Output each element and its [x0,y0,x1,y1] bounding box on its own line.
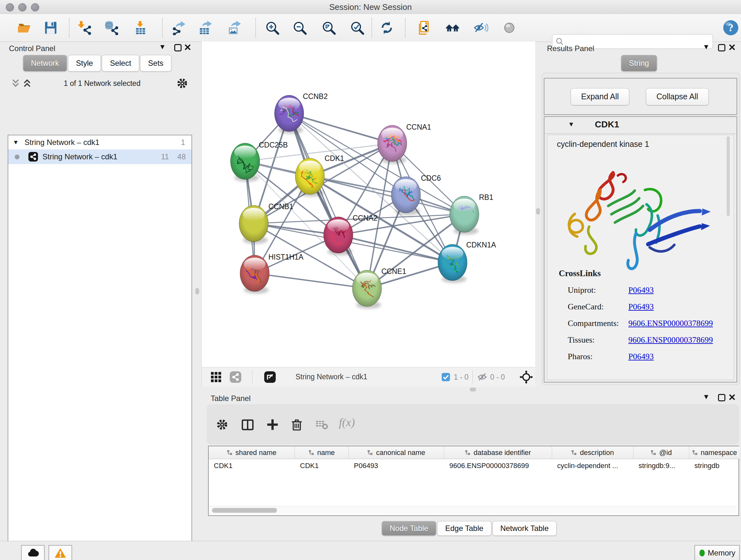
control-panel-float-icon[interactable] [174,44,182,51]
delete-table-icon[interactable] [315,418,328,431]
results-panel-close-icon[interactable] [729,44,735,51]
zoom-fit-button[interactable] [320,19,338,37]
crosslink-pharos-link[interactable]: P06493 [628,352,654,361]
graph-node-CCNA1[interactable]: CCNA1 [378,123,431,164]
network-collection-row[interactable]: ▼ String Network – cdk1 1 [8,135,192,149]
column-header-description[interactable]: description [552,446,633,459]
memory-button[interactable]: Memory [694,545,740,560]
table-gear-icon[interactable] [216,418,228,431]
table-horizontal-scrollbar[interactable] [209,506,738,515]
right-splitter-handle[interactable] [536,208,540,214]
graph-node-HIST1H1A[interactable]: HIST1H1A [240,253,304,294]
zoom-out-button[interactable] [291,19,309,37]
tab-network-table[interactable]: Network Table [492,521,557,536]
results-panel-float-icon[interactable] [718,44,725,51]
left-splitter-handle[interactable] [195,288,199,294]
add-column-plus-icon[interactable] [266,418,279,431]
cell-namespace[interactable]: stringdb [689,459,740,473]
crosslink-compartments-link[interactable]: 9606.ENSP00000378699 [628,319,713,328]
fit-content-crosshair-icon[interactable] [520,370,533,384]
graph-edge-HIST1H1A-CCNE1[interactable] [255,273,367,288]
cell-description[interactable]: cyclin-dependent ... [552,459,633,473]
show-columns-icon[interactable] [241,418,254,431]
cell-id[interactable]: stringdb:9... [633,459,689,473]
selected-checkbox-icon[interactable] [442,373,450,381]
column-header-name[interactable]: name [295,446,349,459]
crosslink-genecard-link[interactable]: P06493 [628,302,654,312]
network-row-selected[interactable]: String Network – cdk1 11 48 [8,149,192,164]
tab-sets[interactable]: Sets [140,55,172,71]
cell-canonical-name[interactable]: P06493 [349,459,444,473]
cell-shared-name[interactable]: CDK1 [209,459,295,473]
collection-expand-caret-icon[interactable]: ▼ [13,139,19,146]
clone-network-button[interactable] [415,19,433,37]
graph-node-CDKN1A[interactable]: CDKN1A [438,241,496,283]
control-panel-menu-caret-icon[interactable]: ▼ [159,44,166,51]
tab-select[interactable]: Select [102,55,139,71]
entry-collapse-caret-icon[interactable]: ▼ [568,121,575,128]
column-header-canonical-name[interactable]: canonical name [349,446,444,459]
table-panel-close-icon[interactable] [729,394,735,400]
network-options-gear-icon[interactable] [176,77,188,89]
cloud-status-button[interactable] [21,545,45,560]
table-panel-menu-caret-icon[interactable]: ▼ [703,393,710,400]
graph-edge-CCNB2-CCNE1[interactable] [289,113,367,288]
table-scrollbar-thumb[interactable] [212,508,277,513]
graph-node-CCNA2[interactable]: CCNA2 [324,214,378,255]
crosslink-uniprot-link[interactable]: P06493 [628,286,654,295]
zoom-selected-button[interactable] [348,19,366,37]
tab-network[interactable]: Network [23,55,67,71]
save-session-button[interactable] [42,19,60,37]
function-builder-icon[interactable]: f(x) [339,416,355,429]
graph-edge-CCNB2-CCNA1[interactable] [289,113,392,143]
control-panel-close-icon[interactable] [185,44,191,51]
collapse-all-button[interactable]: Collapse All [646,88,709,105]
tab-style[interactable]: Style [68,55,101,71]
open-session-button[interactable] [15,19,33,37]
toolbar-separator [162,18,163,38]
table-panel-float-icon[interactable] [718,394,725,401]
tab-node-table[interactable]: Node Table [382,521,436,536]
tab-edge-table[interactable]: Edge Table [437,521,491,536]
horizontal-splitter-handle[interactable] [470,388,476,391]
import-network-file-button[interactable] [76,19,94,37]
column-header-id[interactable]: @id [633,446,689,459]
results-panel-menu-caret-icon[interactable]: ▼ [703,44,710,51]
network-canvas[interactable]: CCNB2CCNA1CDC25BCDK1CDC6RB1CCNB1CCNA2CDK… [201,42,535,367]
graph-node-CDC6[interactable]: CDC6 [391,174,441,215]
hide-graphics-button[interactable] [472,19,490,37]
cell-name[interactable]: CDK1 [295,459,349,473]
zoom-in-button[interactable] [263,19,281,37]
export-table-button[interactable] [197,19,214,37]
show-graphics-button[interactable] [500,19,518,37]
column-header-namespace[interactable]: namespace [689,446,740,459]
graph-node-RB1[interactable]: RB1 [450,193,493,235]
column-type-icon [571,450,577,455]
export-network-button[interactable] [170,19,188,37]
graph-node-CCNB2[interactable]: CCNB2 [274,92,328,134]
graph-node-CCNE1[interactable]: CCNE1 [352,267,406,309]
graph-node-CCNB1[interactable]: CCNB1 [239,202,293,244]
string-home-button[interactable] [444,19,461,37]
results-scrollbar[interactable] [727,136,730,216]
import-table-button[interactable] [131,19,149,37]
collapse-all-networks-icon[interactable] [11,78,20,88]
warning-status-button[interactable] [49,545,72,560]
graph-edge-CCNA2-CDKN1A[interactable] [338,235,453,262]
crosslink-tissues-link[interactable]: 9606.ENSP00000378699 [628,335,713,345]
column-header-shared-name[interactable]: shared name [209,446,295,459]
birds-eye-view-icon[interactable] [264,371,276,383]
expand-all-networks-icon[interactable] [22,78,32,88]
grid-view-icon[interactable] [211,372,221,382]
expand-all-button[interactable]: Expand All [570,88,629,105]
entry-header[interactable]: ▼ CDK1 [544,117,737,134]
delete-column-trash-icon[interactable] [290,418,303,431]
cell-database-identifier[interactable]: 9606.ENSP00000378699 [444,459,552,473]
tab-string[interactable]: String [621,55,657,71]
refresh-view-button[interactable] [378,19,396,37]
export-image-button[interactable] [226,19,244,37]
column-header-database-identifier[interactable]: database identifier [444,446,552,459]
help-button[interactable]: ? [722,19,740,37]
import-network-database-button[interactable] [103,19,120,37]
network-share-gray-icon[interactable] [230,371,241,383]
